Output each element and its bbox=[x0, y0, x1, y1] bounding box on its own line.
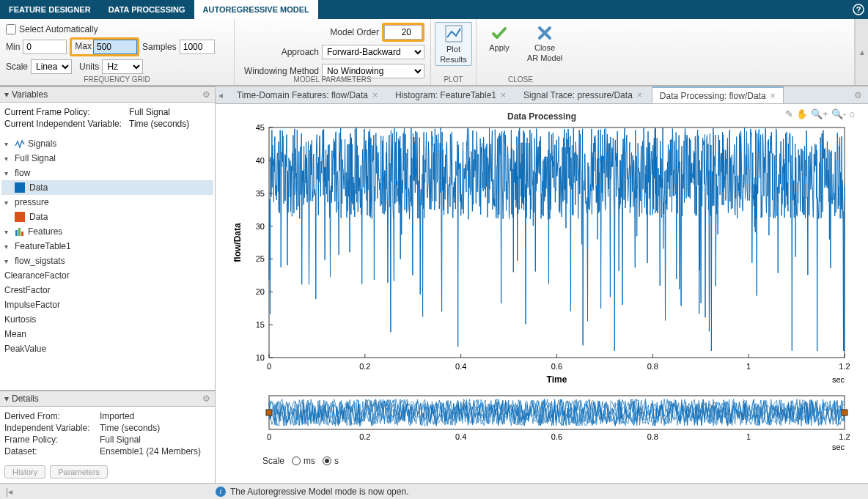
samples-input[interactable] bbox=[180, 40, 215, 54]
scale-s-radio[interactable]: s bbox=[323, 456, 339, 466]
zoom-in-icon[interactable]: 🔍+ bbox=[811, 108, 828, 119]
scale-ms-radio[interactable]: ms bbox=[292, 456, 315, 466]
svg-text:35: 35 bbox=[256, 189, 265, 198]
tree-item[interactable]: Mean bbox=[1, 327, 213, 341]
info-icon: i bbox=[216, 487, 226, 497]
overview-chart[interactable]: 00.20.40.60.811.2sec bbox=[229, 393, 852, 451]
top-tab-bar: FEATURE DESIGNER DATA PROCESSING AUTOREG… bbox=[0, 0, 868, 19]
svg-text:0.4: 0.4 bbox=[455, 432, 466, 441]
parameters-button[interactable]: Parameters bbox=[50, 465, 108, 478]
svg-text:25: 25 bbox=[256, 254, 265, 263]
tree-flow-data[interactable]: Data bbox=[1, 180, 213, 195]
collapse-ribbon-button[interactable]: ▴ bbox=[855, 19, 868, 85]
tree-pressure[interactable]: ▾pressure bbox=[1, 195, 213, 210]
doctab-histogram[interactable]: Histogram: FeatureTable1× bbox=[387, 86, 514, 103]
svg-rect-52 bbox=[842, 410, 847, 415]
document-tabs: ◂ Time-Domain Features: flow/Data× Histo… bbox=[216, 86, 868, 104]
min-label: Min bbox=[6, 42, 20, 52]
model-params-grouplabel: MODEL PARAMETERS bbox=[235, 75, 430, 84]
tab-autoregressive-model[interactable]: AUTOREGRESSIVE MODEL bbox=[194, 0, 318, 19]
plot-icon bbox=[444, 24, 463, 43]
svg-text:1.2: 1.2 bbox=[839, 362, 850, 371]
svg-text:1.2: 1.2 bbox=[839, 432, 850, 441]
close-icon bbox=[536, 24, 553, 42]
gear-icon[interactable]: ⚙ bbox=[202, 89, 210, 100]
model-order-input[interactable] bbox=[384, 25, 422, 40]
close-icon[interactable]: × bbox=[637, 90, 642, 100]
variables-header[interactable]: ▾ Variables ⚙ bbox=[0, 86, 215, 103]
select-automatically-checkbox[interactable] bbox=[6, 24, 16, 34]
details-header[interactable]: ▾ Details ⚙ bbox=[0, 391, 215, 407]
check-icon bbox=[490, 24, 508, 42]
svg-rect-6 bbox=[18, 228, 21, 236]
tree-item[interactable]: ClearanceFactor bbox=[1, 268, 213, 283]
tree-full-signal[interactable]: ▾Full Signal bbox=[1, 151, 213, 166]
tree-item[interactable]: PeakValue bbox=[1, 341, 213, 356]
tree-featuretable1[interactable]: ▾FeatureTable1 bbox=[1, 239, 213, 254]
plot-title: Data Processing bbox=[229, 111, 855, 122]
doctab-data-processing[interactable]: Data Processing: flow/Data× bbox=[652, 86, 784, 103]
tree-item[interactable]: CrestFactor bbox=[1, 283, 213, 297]
min-input[interactable] bbox=[23, 40, 67, 54]
svg-text:40: 40 bbox=[256, 156, 265, 165]
svg-text:1: 1 bbox=[746, 362, 751, 371]
gear-icon[interactable]: ⚙ bbox=[848, 86, 868, 103]
sidebar-toggle-icon[interactable]: |◂ bbox=[6, 487, 12, 497]
home-icon[interactable]: ⌂ bbox=[849, 108, 855, 119]
max-input[interactable] bbox=[93, 40, 137, 54]
apply-button[interactable]: Apply bbox=[482, 22, 516, 64]
doctab-signal-trace[interactable]: Signal Trace: pressure/Data× bbox=[515, 86, 650, 103]
tab-scroll-left[interactable]: ◂ bbox=[218, 86, 229, 103]
svg-text:sec: sec bbox=[832, 375, 845, 384]
doctab-time-domain[interactable]: Time-Domain Features: flow/Data× bbox=[229, 86, 386, 103]
tree-item[interactable]: Kurtosis bbox=[1, 312, 213, 327]
scale-select[interactable]: Linear bbox=[31, 59, 72, 74]
svg-text:0.4: 0.4 bbox=[455, 362, 466, 371]
svg-text:0: 0 bbox=[267, 432, 271, 441]
svg-text:1: 1 bbox=[746, 432, 751, 441]
signals-tree[interactable]: ▾Signals ▾Full Signal ▾flow Data ▾pressu… bbox=[0, 133, 215, 390]
close-icon[interactable]: × bbox=[770, 91, 776, 101]
variables-info: Current Frame Policy:Full Signal Current… bbox=[0, 103, 215, 133]
zoom-out-icon[interactable]: 🔍- bbox=[831, 108, 846, 119]
tree-flow-sigstats[interactable]: ▾flow_sigstats bbox=[1, 254, 213, 268]
model-order-label: Model Order bbox=[330, 27, 379, 37]
tree-signals[interactable]: ▾Signals bbox=[1, 136, 213, 151]
plot-grouplabel: PLOT bbox=[431, 75, 476, 84]
units-select[interactable]: Hz bbox=[102, 59, 143, 74]
svg-text:30: 30 bbox=[256, 222, 265, 231]
legend-swatch-icon bbox=[15, 212, 25, 222]
status-bar: |◂ i The Autoregressive Model mode is no… bbox=[0, 483, 868, 499]
tree-item[interactable]: ImpulseFactor bbox=[1, 297, 213, 312]
tree-features[interactable]: ▾Features bbox=[1, 224, 213, 239]
close-icon[interactable]: × bbox=[372, 90, 378, 100]
tab-feature-designer[interactable]: FEATURE DESIGNER bbox=[0, 0, 100, 19]
close-icon[interactable]: × bbox=[501, 90, 506, 100]
approach-select[interactable]: Forward-Backward bbox=[322, 45, 424, 59]
svg-text:0: 0 bbox=[267, 362, 271, 371]
svg-rect-51 bbox=[266, 410, 272, 415]
close-ar-model-button[interactable]: Close AR Model bbox=[522, 22, 567, 64]
plot-group: Plot Results PLOT bbox=[431, 19, 477, 85]
help-icon[interactable]: ? bbox=[849, 0, 868, 19]
close-grouplabel: CLOSE bbox=[477, 75, 564, 84]
left-pane: ▾ Variables ⚙ Current Frame Policy:Full … bbox=[0, 86, 216, 483]
tree-flow[interactable]: ▾flow bbox=[1, 166, 213, 180]
svg-text:10: 10 bbox=[256, 353, 265, 362]
tab-data-processing[interactable]: DATA PROCESSING bbox=[100, 0, 194, 19]
tree-pressure-data[interactable]: Data bbox=[1, 210, 213, 224]
features-icon bbox=[15, 226, 25, 237]
svg-text:0.8: 0.8 bbox=[647, 362, 658, 371]
pan-icon[interactable]: ✋ bbox=[796, 108, 808, 119]
gear-icon[interactable]: ⚙ bbox=[202, 393, 210, 404]
history-button[interactable]: History bbox=[4, 465, 45, 478]
svg-text:sec: sec bbox=[832, 443, 845, 451]
plot-results-button[interactable]: Plot Results bbox=[435, 22, 472, 66]
brush-icon[interactable]: ✎ bbox=[785, 108, 793, 119]
windowing-label: Windowing Method bbox=[244, 66, 319, 76]
svg-text:0.2: 0.2 bbox=[359, 362, 370, 371]
svg-text:45: 45 bbox=[256, 123, 265, 132]
svg-text:0.8: 0.8 bbox=[647, 432, 658, 441]
main-chart[interactable]: 101520253035404500.20.40.60.811.2flow/Da… bbox=[229, 123, 852, 387]
svg-text:0.2: 0.2 bbox=[359, 432, 370, 441]
